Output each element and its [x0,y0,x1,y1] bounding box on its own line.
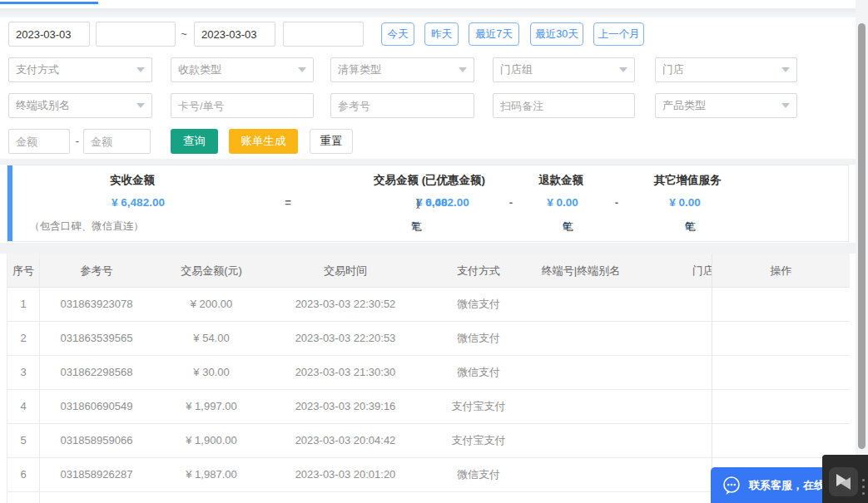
operation-cell [712,424,850,458]
top-band [0,8,868,17]
cell-no: 1 [20,288,26,321]
cell-time: 2023-03-03 21:30:30 [295,356,396,389]
summary-panel: 实收金额 ¥ 6,482.00 （包含口碑、微信直连） = 交易金额 (已优惠金… [7,165,849,242]
collection-type-select[interactable]: 收款类型 [171,57,314,82]
cell-ref: 031858926287 [61,458,133,491]
cell-method: 支付宝支付 [452,390,506,423]
amount-range-dash: - [72,129,82,154]
cell-amount: ¥ 1,987.00 [186,458,236,491]
transactions-table: 序号 参考号 交易金额(元) 交易时间 支付方式 终端号|终端别名 门店 1 0… [7,254,849,503]
cell-time: 2023-03-03 22:30:52 [295,288,396,321]
cell-no: 4 [20,390,26,423]
cell-no: 5 [20,424,26,457]
cell-ref: 031863923078 [61,288,133,321]
operation-cell [712,288,850,322]
chat-bubble-icon [721,475,742,496]
operation-cell [712,322,850,356]
chevron-down-icon [136,67,145,72]
start-date-input[interactable] [8,22,90,47]
video-player-icon [829,467,858,496]
cell-method: 微信支付 [457,288,500,321]
scrollbar-thumb[interactable] [858,23,866,449]
store-select[interactable]: 门店 [655,57,797,82]
cell-time: 2023-03-03 20:04:42 [295,424,396,457]
cell-amount: ¥ 1,900.00 [186,424,236,457]
collection-type-select-label: 收款类型 [178,62,295,77]
terminal-or-alias-select[interactable]: 终端或别名 [8,93,152,118]
settlement-type-select-label: 清算类型 [338,62,455,77]
col-header-ref: 参考号 [81,254,113,288]
cell-time: 2023-03-03 22:20:53 [295,322,396,355]
cell-no: 6 [20,458,26,491]
col-header-terminal: 终端号|终端别名 [542,254,620,288]
quick-range-lastmonth-button[interactable]: 上一个月 [593,22,644,46]
reference-no-input[interactable] [330,93,474,118]
received-amount-label: 实收金额 [110,173,155,188]
cell-amount: ¥ 200.00 [191,288,233,321]
operation-cell [712,390,850,424]
quick-range-30days-button[interactable]: 最近30天 [530,22,583,46]
date-range-tilde: ~ [178,22,190,47]
col-header-operation: 操作 [712,254,850,288]
chevron-down-icon [459,67,467,72]
chevron-down-icon [781,67,790,72]
minus-sign: - [615,196,618,209]
start-time-input[interactable] [96,22,176,47]
received-amount-note: （包含口碑、微信直连） [29,219,144,234]
terminal-or-alias-select-label: 终端或别名 [16,98,133,113]
cell-time: 2023-03-03 20:39:16 [295,390,396,423]
store-select-label: 门店 [662,62,778,77]
quick-range-7days-button[interactable]: 最近7天 [469,22,519,46]
amount-min-input[interactable] [8,129,70,154]
cell-ref: 031863539565 [61,322,133,355]
chevron-down-icon [619,67,627,72]
widget-more-handle[interactable] [858,475,868,503]
query-button[interactable]: 查询 [171,129,218,154]
floating-video-widget[interactable] [822,455,868,503]
chevron-down-icon [781,103,790,108]
cell-method: 微信支付 [457,356,500,389]
cell-no: 2 [20,322,26,355]
end-time-input[interactable] [283,22,364,47]
cell-method: 支付宝支付 [452,424,506,457]
other-services-label: 其它增值服务 [654,173,722,188]
cell-amount: ¥ 1,997.00 [186,390,236,423]
payment-method-select-label: 支付方式 [16,62,133,77]
cell-amount: ¥ 54.00 [193,322,229,355]
cell-ref: 031860690549 [61,390,133,423]
quick-range-yesterday-button[interactable]: 昨天 [424,22,459,46]
filter-panel: ~ 今天 昨天 最近7天 最近30天 上一个月 支付方式 收款类型 清算类型 门… [0,17,856,159]
cell-ref: 031858959066 [61,424,133,457]
scan-remark-input[interactable] [493,93,635,118]
cell-ref: 031862298568 [61,356,133,389]
payment-method-select[interactable]: 支付方式 [8,57,152,82]
col-header-method: 支付方式 [457,254,500,288]
reset-button[interactable]: 重置 [310,129,353,154]
cell-no: 3 [20,356,26,389]
transaction-query-page: ~ 今天 昨天 最近7天 最近30天 上一个月 支付方式 收款类型 清算类型 门… [0,0,868,503]
store-group-select[interactable]: 门店组 [493,57,635,82]
equals-sign: = [285,196,291,209]
col-header-time: 交易时间 [324,254,367,288]
cell-amount: ¥ 30.00 [193,356,229,389]
panel-gap [0,243,856,254]
generate-bill-button[interactable]: 账单生成 [229,129,298,154]
operation-cell [712,356,850,390]
settlement-type-select[interactable]: 清算类型 [330,57,474,82]
other-services-value: ¥ 0.00 [669,196,701,209]
col-header-amount: 交易金额(元) [181,254,242,288]
product-type-select-label: 产品类型 [662,98,778,113]
product-type-select[interactable]: 产品类型 [655,93,797,118]
scrollbar-track[interactable] [856,0,868,503]
refund-amount-label: 退款金额 [538,173,583,188]
active-tab-underline [0,2,98,4]
amount-max-input[interactable] [83,129,151,154]
card-or-order-no-input[interactable] [171,93,314,118]
cell-time: 2023-03-03 20:01:20 [295,458,396,491]
end-date-input[interactable] [194,22,275,47]
col-header-no: 序号 [12,254,34,288]
chevron-down-icon [298,67,306,72]
quick-range-today-button[interactable]: 今天 [381,22,414,46]
no-column-divider [39,254,40,503]
refund-amount-value: ¥ 0.00 [547,196,578,209]
